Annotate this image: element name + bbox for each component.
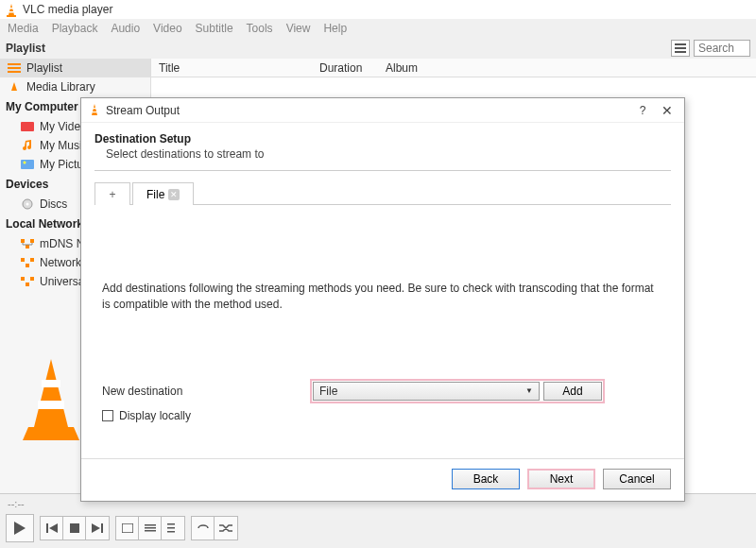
playlist-toolbar: Playlist [0,38,756,59]
svg-rect-5 [675,47,686,49]
file-destination-tab[interactable]: File ✕ [132,182,194,205]
playlist-icon [8,61,21,75]
column-duration[interactable]: Duration^ [312,61,378,75]
pictures-icon [21,158,34,171]
next-button[interactable]: Next [527,469,595,489]
svg-rect-12 [21,160,34,169]
playlist-toggle-button[interactable] [162,517,184,539]
new-destination-label: New destination [102,385,301,398]
svg-rect-20 [30,258,34,262]
menu-playback[interactable]: Playback [52,22,98,35]
svg-rect-38 [145,530,156,532]
videos-icon [21,120,34,133]
display-locally-row[interactable]: Display locally [102,409,663,422]
dialog-titlebar: Stream Output ? ✕ [81,98,684,123]
menu-audio[interactable]: Audio [111,22,140,35]
svg-marker-25 [34,359,68,427]
svg-rect-41 [167,531,175,533]
search-input[interactable] [694,40,750,57]
menu-subtitle[interactable]: Subtitle [196,22,233,35]
shuffle-button[interactable] [215,517,237,539]
stream-output-dialog: Stream Output ? ✕ Destination Setup Sele… [80,97,685,502]
close-button[interactable]: ✕ [658,103,677,118]
help-button[interactable]: ? [633,104,652,117]
menu-media[interactable]: Media [8,22,39,35]
svg-rect-4 [675,43,686,45]
destination-combo[interactable]: File ▼ [313,382,540,401]
svg-marker-0 [9,4,14,15]
svg-rect-8 [8,67,21,69]
section-title: Destination Setup [94,132,671,146]
svg-marker-10 [11,82,17,91]
dialog-footer: Back Next Cancel [81,458,684,501]
section-subtitle: Select destinations to stream to [94,146,671,166]
window-title: VLC media player [23,3,112,16]
disc-icon [21,197,34,211]
back-button[interactable]: Back [452,469,520,489]
svg-rect-16 [21,239,25,243]
column-title[interactable]: Title [151,61,312,75]
combo-value: File [319,385,337,398]
sidebar-item-label: Media Library [26,80,95,94]
svg-rect-26 [42,380,60,387]
add-button[interactable]: Add [543,382,602,401]
display-locally-checkbox[interactable] [102,410,113,421]
vlc-cone-icon [89,104,100,117]
sidebar-item-media-library[interactable]: Media Library [0,77,150,96]
svg-rect-24 [26,283,29,286]
music-icon [21,139,34,152]
svg-marker-42 [92,104,97,115]
svg-rect-39 [167,523,175,525]
menu-tools[interactable]: Tools [247,22,273,35]
svg-rect-11 [21,122,34,131]
svg-rect-35 [122,523,133,533]
menu-video[interactable]: Video [153,22,181,35]
svg-rect-36 [145,524,156,526]
svg-rect-32 [70,523,79,533]
column-album[interactable]: Album [378,61,756,75]
sidebar-item-playlist[interactable]: Playlist [0,59,150,77]
network-icon [21,256,34,269]
playlist-label: Playlist [6,42,45,55]
play-button[interactable] [6,514,34,542]
svg-rect-30 [46,523,48,533]
prev-button[interactable] [41,517,63,539]
svg-rect-6 [675,51,686,53]
plus-icon: + [109,188,115,201]
svg-rect-40 [167,527,175,529]
svg-rect-19 [21,258,25,262]
column-headers: Title Duration^ Album [151,59,756,77]
svg-rect-37 [145,527,156,529]
fullscreen-button[interactable] [116,517,139,539]
network-icon [21,275,34,288]
loop-button[interactable] [192,517,215,539]
cancel-button[interactable]: Cancel [603,469,671,489]
svg-rect-44 [93,111,97,112]
svg-marker-29 [14,522,26,535]
sidebar-item-label: Discs [40,197,67,211]
network-icon [21,237,34,250]
menu-help[interactable]: Help [323,22,347,35]
svg-rect-2 [9,11,14,13]
instructions-text: Add destinations following the streaming… [102,281,663,313]
svg-rect-43 [93,108,96,109]
close-tab-icon[interactable]: ✕ [168,189,180,200]
next-button[interactable] [86,517,109,539]
svg-rect-22 [21,277,25,281]
vlc-cone-large-icon [23,359,79,444]
vlc-cone-icon [6,4,17,15]
divider [94,170,671,171]
add-destination-tab[interactable]: + [94,182,130,205]
svg-point-15 [26,203,29,206]
svg-rect-27 [38,401,64,409]
svg-rect-9 [8,71,21,73]
svg-rect-18 [26,245,29,248]
tab-content: Add destinations following the streaming… [94,205,671,458]
list-view-icon [675,43,686,53]
extended-settings-button[interactable] [139,517,162,539]
svg-rect-34 [101,523,103,533]
time-display: --:-- [8,498,25,509]
view-mode-button[interactable] [671,40,690,57]
menu-view[interactable]: View [286,22,311,35]
stop-button[interactable] [63,517,86,539]
